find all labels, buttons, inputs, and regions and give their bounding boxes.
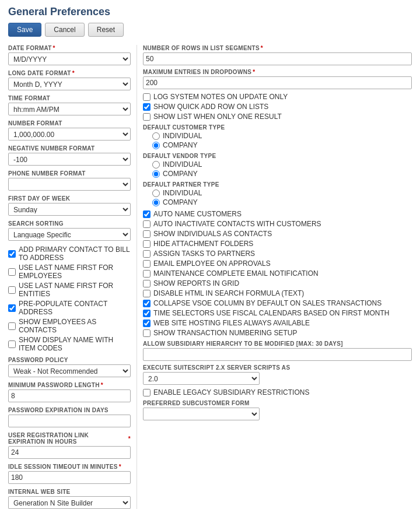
default-partner-type-label: DEFAULT PARTNER TYPE — [143, 181, 412, 188]
cb-prepopulate[interactable] — [8, 304, 16, 312]
cb-assign-tasks-partners[interactable] — [143, 250, 150, 258]
cb-show-transaction-numbering[interactable] — [143, 329, 150, 337]
cb-show-reports: SHOW REPORTS IN GRID — [143, 279, 412, 287]
cb-prepopulate-label: PRE-POPULATE CONTACT ADDRESS — [19, 300, 131, 316]
negative-number-format-group: NEGATIVE NUMBER FORMAT -100 — [8, 145, 131, 166]
allow-subsidiary-group: ALLOW SUBSIDIARY HIERARCHY TO BE MODIFIE… — [143, 340, 412, 361]
checkbox-show-list-one: SHOW LIST WHEN ONLY ONE RESULT — [143, 113, 412, 121]
idle-session-input[interactable] — [8, 471, 131, 484]
max-entries-label: MAXIMUM ENTRIES IN DROPDOWNS* — [143, 69, 412, 75]
cb-log-system-notes-label: LOG SYSTEM NOTES ON UPDATE ONLY — [153, 93, 288, 101]
rb-customer-company[interactable] — [152, 142, 160, 149]
cb-last-name-entities-label: USE LAST NAME FIRST FOR ENTITIES — [19, 282, 131, 298]
cb-auto-inactivate-contacts[interactable] — [143, 220, 150, 228]
phone-number-format-select[interactable] — [8, 178, 131, 191]
right-column: NUMBER OF ROWS IN LIST SEGMENTS* MAXIMUM… — [136, 45, 412, 509]
long-date-format-select[interactable]: Month D, YYYY — [8, 78, 131, 90]
checkbox-show-display-name: SHOW DISPLAY NAME WITH ITEM CODES — [8, 336, 131, 352]
cb-last-name-entities[interactable] — [8, 286, 16, 294]
num-rows-input[interactable] — [143, 52, 412, 65]
rb-vendor-company[interactable] — [152, 170, 160, 178]
rb-partner-individual[interactable] — [152, 189, 160, 197]
execute-suitescript-label: EXECUTE SUITESCRIPT 2.X SERVER SCRIPTS A… — [143, 364, 412, 371]
user-reg-link-group: USER REGISTRATION LINK EXPIRATION IN HOU… — [8, 432, 131, 459]
min-password-length-label: MINIMUM PASSWORD LENGTH* — [8, 382, 131, 388]
password-expiration-group: PASSWORD EXPIRATION IN DAYS — [8, 407, 131, 427]
cb-hide-attachment-folders[interactable] — [143, 240, 150, 248]
preferred-subcustomer-group: PREFERRED SUBCUSTOMER FORM — [143, 400, 412, 420]
cb-show-display-name[interactable] — [8, 340, 16, 348]
cb-show-reports-grid[interactable] — [143, 280, 150, 287]
password-policy-select[interactable]: Weak - Not Recommended — [8, 364, 131, 377]
default-customer-type-group: DEFAULT CUSTOMER TYPE INDIVIDUAL COMPANY — [143, 124, 412, 149]
num-rows-group: NUMBER OF ROWS IN LIST SEGMENTS* — [143, 45, 412, 65]
checkbox-prepopulate: PRE-POPULATE CONTACT ADDRESS — [8, 300, 131, 316]
rb-customer-individual[interactable] — [152, 132, 160, 140]
allow-subsidiary-input[interactable] — [143, 348, 412, 361]
cb-show-individuals-as-contacts[interactable] — [143, 230, 150, 238]
number-format-select[interactable]: 1,000,000.00 — [8, 128, 131, 141]
allow-subsidiary-label: ALLOW SUBSIDIARY HIERARCHY TO BE MODIFIE… — [143, 340, 412, 347]
cb-enable-legacy-subsidiary[interactable] — [143, 389, 150, 396]
first-day-of-week-label: FIRST DAY OF WEEK — [8, 195, 131, 202]
internal-web-site-group: INTERNAL WEB SITE Generation N Site Buil… — [8, 489, 131, 509]
cb-disable-html-search[interactable] — [143, 290, 150, 297]
reset-button[interactable]: Reset — [88, 23, 124, 37]
cb-time-selectors-fiscal[interactable] — [143, 310, 150, 317]
idle-session-group: IDLE SESSION TIMEOUT IN MINUTES* — [8, 464, 131, 484]
date-format-select[interactable]: M/D/YYYY — [8, 52, 131, 65]
cb-disable-html: DISABLE HTML IN SEARCH FORMULA (TEXT) — [143, 289, 412, 297]
default-vendor-type-group: DEFAULT VENDOR TYPE INDIVIDUAL COMPANY — [143, 153, 412, 178]
long-date-format-label: LONG DATE FORMAT* — [8, 70, 131, 76]
execute-suitescript-select[interactable]: 2.0 — [143, 372, 260, 385]
max-entries-input[interactable] — [143, 76, 412, 89]
cb-email-employee-approvals[interactable] — [143, 260, 150, 268]
cb-show-list-one-label: SHOW LIST WHEN ONLY ONE RESULT — [153, 113, 282, 121]
preferred-subcustomer-label: PREFERRED SUBCUSTOMER FORM — [143, 400, 412, 406]
time-format-select[interactable]: hh:mm AM/PM — [8, 103, 131, 115]
cb-log-system-notes[interactable] — [143, 93, 150, 101]
cancel-button[interactable]: Cancel — [45, 23, 84, 37]
top-checkboxes-group: LOG SYSTEM NOTES ON UPDATE ONLY SHOW QUI… — [143, 93, 412, 121]
cb-web-site-hosting-files[interactable] — [143, 320, 150, 327]
cb-collapse-vsoe-column[interactable] — [143, 300, 150, 307]
cb-last-name-employees-label: USE LAST NAME FIRST FOR EMPLOYEES — [19, 264, 131, 280]
min-password-length-input[interactable] — [8, 389, 131, 402]
search-sorting-select[interactable]: Language Specific — [8, 228, 131, 241]
cb-last-name-employees[interactable] — [8, 268, 16, 276]
time-format-group: TIME FORMAT hh:mm AM/PM — [8, 95, 131, 115]
cb-maintenance-email-notification[interactable] — [143, 270, 150, 278]
checkbox-last-name-employees: USE LAST NAME FIRST FOR EMPLOYEES — [8, 264, 131, 280]
cb-show-display-name-label: SHOW DISPLAY NAME WITH ITEM CODES — [19, 336, 131, 352]
save-button[interactable]: Save — [8, 23, 41, 37]
cb-collapse-vsoe: COLLAPSE VSOE COLUMN BY DEFAULT ON SALES… — [143, 299, 412, 307]
internal-web-site-select[interactable]: Generation N Site Builder — [8, 496, 131, 509]
search-sorting-group: SEARCH SORTING Language Specific — [8, 220, 131, 241]
password-expiration-input[interactable] — [8, 415, 131, 427]
user-reg-link-input[interactable] — [8, 446, 131, 459]
long-date-format-group: LONG DATE FORMAT* Month D, YYYY — [8, 70, 131, 90]
negative-number-format-select[interactable]: -100 — [8, 153, 131, 166]
first-day-of-week-select[interactable]: Sunday — [8, 203, 131, 216]
rb-partner-company[interactable] — [152, 199, 160, 206]
execute-suitescript-group: EXECUTE SUITESCRIPT 2.X SERVER SCRIPTS A… — [143, 364, 412, 385]
number-format-group: NUMBER FORMAT 1,000,000.00 — [8, 120, 131, 141]
checkbox-log-system-notes: LOG SYSTEM NOTES ON UPDATE ONLY — [143, 93, 412, 101]
negative-number-format-label: NEGATIVE NUMBER FORMAT — [8, 145, 131, 152]
cb-show-quick-add[interactable] — [143, 103, 150, 111]
cb-show-quick-add-label: SHOW QUICK ADD ROW ON LISTS — [153, 103, 268, 111]
num-rows-label: NUMBER OF ROWS IN LIST SEGMENTS* — [143, 45, 412, 51]
cb-time-selectors: TIME SELECTORS USE FISCAL CALENDARS BASE… — [143, 309, 412, 317]
checkbox-show-employees: SHOW EMPLOYEES AS CONTACTS — [8, 318, 131, 334]
rb-vendor-individual[interactable] — [152, 161, 160, 169]
cb-show-individuals: SHOW INDIVIDUALS AS CONTACTS — [143, 230, 412, 238]
preferred-subcustomer-select[interactable] — [143, 408, 260, 420]
cb-email-employee: EMAIL EMPLOYEE ON APPROVALS — [143, 259, 412, 268]
cb-show-list-one[interactable] — [143, 113, 150, 121]
cb-add-primary[interactable] — [8, 250, 16, 258]
date-format-label: DATE FORMAT* — [8, 45, 131, 51]
cb-show-employees[interactable] — [8, 322, 16, 330]
cb-show-transaction: SHOW TRANSACTION NUMBERING SETUP — [143, 329, 412, 337]
contact-checkboxes-group: ADD PRIMARY CONTACT TO BILL TO ADDRESS U… — [8, 245, 131, 352]
cb-auto-name-customers[interactable] — [143, 210, 150, 218]
